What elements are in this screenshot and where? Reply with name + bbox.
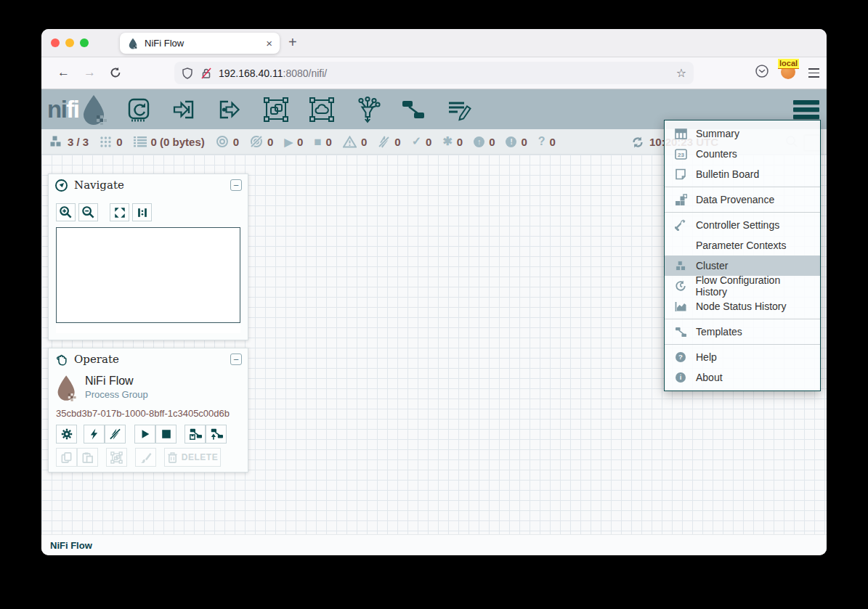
tracking-shield-icon[interactable] [182,68,193,79]
menu-item-counters[interactable]: 23 Counters [665,144,820,164]
operate-collapse-button[interactable]: − [230,353,242,365]
upload-template-icon [210,428,223,441]
insecure-lock-icon[interactable] [200,68,212,79]
group-button[interactable] [106,448,127,467]
browser-window: NiFi Flow × + ← → 192.168.40.11:8080/nif… [41,29,827,555]
menu-item-cluster[interactable]: Cluster [665,256,820,276]
menu-item-data-provenance[interactable]: Data Provenance [665,189,820,210]
bookmark-star-button[interactable]: ☆ [676,66,686,80]
copy-button[interactable] [56,448,77,467]
birdseye-track [56,324,240,333]
url-host: 192.168.40.11 [219,68,283,79]
stat-sync-failure: ? 0 [538,136,556,148]
stat-up-to-date: ✓ 0 [412,136,432,148]
firefox-menu-button[interactable] [808,65,819,77]
reload-button[interactable] [110,67,121,78]
disable-button[interactable] [105,425,126,444]
history-icon [675,280,686,292]
minimize-window-button[interactable] [65,38,74,47]
node-status-history-icon [675,301,687,312]
operate-panel: Operate − NiFi Flow Process Group 35c [48,348,248,473]
enable-button[interactable] [84,425,105,444]
sync-failure-icon: ? [538,136,545,147]
help-icon: ? [675,351,686,363]
new-tab-button[interactable]: + [288,34,297,51]
menu-item-about[interactable]: i About [665,367,820,388]
url-text[interactable]: 192.168.40.11:8080/nifi/ [219,68,676,79]
cluster-menu-icon [675,260,687,272]
upload-template-button[interactable] [206,425,227,444]
container-tab-label: local [778,59,799,69]
threads-icon [100,136,112,148]
global-menu-button[interactable] [793,97,819,122]
create-template-button[interactable] [184,425,206,444]
menu-divider [665,344,820,345]
configuration-button[interactable] [56,425,77,444]
menu-item-controller-settings[interactable]: Controller Settings [665,215,820,235]
global-menu: Summary 23 Counters Bulletin Board Data … [664,120,821,391]
stat-not-transmitting: 0 [250,135,273,148]
nifi-logo: nifi [47,94,110,126]
bulletin-board-icon [675,168,686,180]
forward-button[interactable]: → [84,65,96,80]
tab-close-button[interactable]: × [266,37,272,49]
zoom-window-button[interactable] [80,38,89,47]
zoom-actual-size-button[interactable] [132,203,152,221]
delete-button[interactable]: DELETE [164,448,221,467]
not-transmitting-icon [250,135,263,148]
toolbar-output-port-button[interactable] [216,95,245,124]
wrench-icon [675,219,686,231]
stat-queued: 0 (0 bytes) [134,136,205,148]
menu-item-help[interactable]: ? Help [665,347,820,367]
compass-icon [54,179,68,192]
disabled-icon [378,136,390,148]
transmitting-icon [216,135,229,148]
menu-item-parameter-contexts[interactable]: Parameter Contexts [665,235,820,256]
toolbar-input-port-button[interactable] [170,95,199,124]
toolbar-funnel-button[interactable] [353,95,382,124]
zoom-out-button[interactable] [78,203,98,221]
stop-button[interactable] [155,425,177,444]
svg-text:?: ? [678,353,683,361]
navigate-title: Navigate [74,179,230,192]
menu-divider [665,187,820,187]
toolbar-remote-process-group-button[interactable] [307,95,336,124]
selection-id: 35cbd3b7-017b-1000-8bff-1c3405c00d6b [49,402,248,419]
toolbar-label-button[interactable] [445,95,474,124]
back-button[interactable]: ← [57,65,70,80]
save-template-icon [189,428,202,441]
zoom-fit-button[interactable] [110,203,129,221]
toolbar-template-button[interactable] [399,95,428,124]
birdseye-preview[interactable] [56,227,240,323]
menu-item-summary[interactable]: Summary [665,123,820,144]
fill-color-button[interactable] [135,448,156,467]
process-group-drop-icon [56,375,78,402]
copy-icon [60,451,73,464]
pocket-button[interactable] [755,64,769,78]
zoom-in-button[interactable] [56,203,76,221]
selection-name: NiFi Flow [85,375,148,388]
stat-stale: ↑ 0 [474,136,495,148]
menu-item-flow-configuration-history[interactable]: Flow Configuration History [665,276,820,296]
close-window-button[interactable] [51,38,60,47]
toolbar-process-group-button[interactable] [261,95,291,124]
url-bar[interactable]: 192.168.40.11:8080/nifi/ ☆ [174,62,694,84]
refresh-button[interactable] [631,136,644,149]
group-icon [110,451,123,464]
about-icon: i [675,372,686,383]
browser-tab[interactable]: NiFi Flow × [120,33,280,54]
lightning-icon [89,428,100,441]
navigate-collapse-button[interactable]: − [230,179,242,191]
navigate-panel: Navigate − [48,173,248,340]
breadcrumb-root[interactable]: NiFi Flow [50,540,92,551]
menu-item-templates[interactable]: Templates [665,322,820,342]
counters-icon: 23 [675,149,687,160]
menu-item-bulletin-board[interactable]: Bulletin Board [665,164,820,184]
profile-button[interactable]: local [781,63,797,79]
stat-connected-nodes: 3 / 3 [49,134,89,149]
stat-active-threads: 0 [100,136,122,148]
paste-button[interactable] [77,448,98,467]
start-button[interactable] [134,425,155,444]
toolbar-processor-button[interactable] [124,95,153,124]
menu-item-node-status-history[interactable]: Node Status History [665,296,820,316]
